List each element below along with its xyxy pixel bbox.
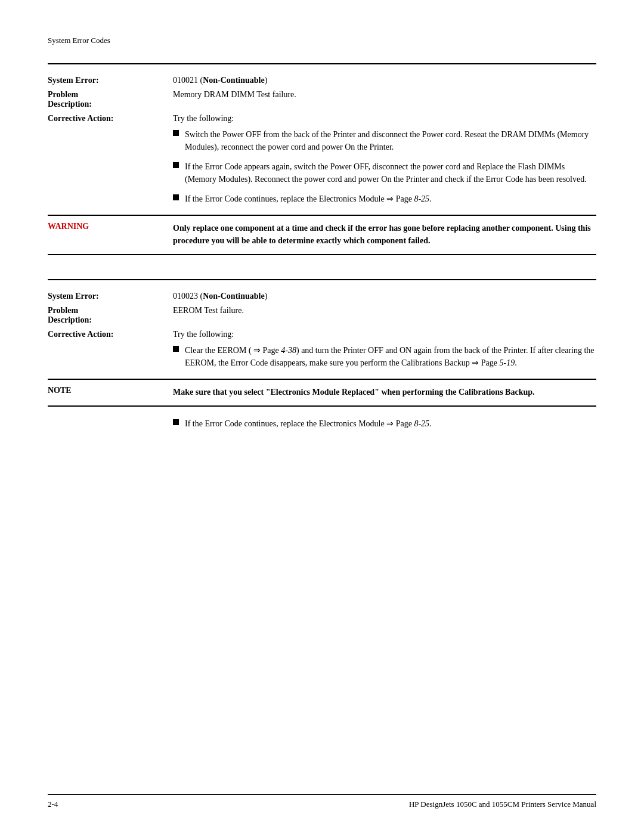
system-error-label-1: System Error: — [48, 73, 173, 88]
corrective-label-1: Corrective Action: — [48, 112, 173, 215]
description-label-text-2: Description: — [48, 315, 92, 324]
problem-label-text-2: Problem — [48, 306, 78, 315]
bullet-text-2-1: Clear the EEROM ( ⇒ Page 4-38) and turn … — [185, 344, 596, 369]
bullet-text-1-1: Switch the Power OFF from the back of th… — [185, 128, 596, 153]
bullet-text-2-2: If the Error Code continues, replace the… — [185, 417, 596, 430]
note-label-text-2: NOTE — [48, 386, 72, 395]
corrective-label-2: Corrective Action: — [48, 327, 173, 379]
warning-row-1: WARNING Only replace one component at a … — [48, 215, 596, 255]
problem-row-2: Problem Description: EEROM Test failure. — [48, 304, 596, 327]
note-content-2: Make sure that you select "Electronics M… — [173, 379, 596, 406]
bullet-item-1-2: If the Error Code appears again, switch … — [173, 160, 596, 185]
section2-top-rule — [48, 279, 596, 280]
error-code-end-1: ) — [265, 76, 268, 85]
section1-block: System Error: 010021 (Non-Continuable) P… — [48, 63, 596, 255]
corrective-try-2: Try the following: — [173, 330, 596, 339]
problem-content-1: Memory DRAM DIMM Test failure. — [173, 88, 596, 112]
corrective-content-1: Try the following: Switch the Power OFF … — [173, 112, 596, 215]
error-code-prefix-2: 010023 ( — [173, 292, 203, 301]
corrective-label-text-1: Corrective Action: — [48, 114, 114, 123]
bullet-icon-1-1 — [173, 130, 179, 136]
bullet-icon-2-1 — [173, 346, 179, 352]
section2-table: System Error: 010023 (Non-Continuable) P… — [48, 289, 596, 439]
bullet-item-2-1: Clear the EEROM ( ⇒ Page 4-38) and turn … — [173, 344, 596, 369]
bullet-item-1-3: If the Error Code continues, replace the… — [173, 193, 596, 205]
corrective-label-text-2: Corrective Action: — [48, 330, 114, 339]
bullet-text-1-3: If the Error Code continues, replace the… — [185, 193, 596, 205]
system-error-label-text-1: System Error: — [48, 76, 99, 85]
problem-label-2: Problem Description: — [48, 304, 173, 327]
corrective-try-text-1: Try the following: — [173, 114, 234, 123]
bullet-icon-2-2 — [173, 419, 179, 425]
second-bullet-content-2: If the Error Code continues, replace the… — [173, 406, 596, 439]
section1-table: System Error: 010021 (Non-Continuable) P… — [48, 73, 596, 255]
section2-block: System Error: 010023 (Non-Continuable) P… — [48, 279, 596, 439]
system-error-label-text-2: System Error: — [48, 292, 99, 301]
corrective-content-2: Try the following: Clear the EEROM ( ⇒ P… — [173, 327, 596, 379]
page: System Error Codes System Error: 010021 … — [0, 0, 644, 833]
problem-label-1: Problem Description: — [48, 88, 173, 112]
note-row-2: NOTE Make sure that you select "Electron… — [48, 379, 596, 406]
header-text: System Error Codes — [48, 36, 110, 45]
corrective-row-1: Corrective Action: Try the following: Sw… — [48, 112, 596, 215]
footer-right: HP DesignJets 1050C and 1055CM Printers … — [409, 800, 596, 809]
description-label-text-1: Description: — [48, 100, 92, 109]
warning-label-cell-1: WARNING — [48, 215, 173, 255]
section1-top-rule — [48, 63, 596, 64]
footer-left: 2-4 — [48, 800, 58, 809]
system-error-row-2: System Error: 010023 (Non-Continuable) — [48, 289, 596, 304]
note-label-cell-2: NOTE — [48, 379, 173, 406]
system-error-row-1: System Error: 010021 (Non-Continuable) — [48, 73, 596, 88]
note-text-content-2: Make sure that you select "Electronics M… — [173, 388, 535, 397]
warning-label-text-1: WARNING — [48, 222, 89, 231]
system-error-code-1: 010021 (Non-Continuable) — [173, 73, 596, 88]
bullet-text-1-2: If the Error Code appears again, switch … — [185, 160, 596, 185]
page-footer: 2-4 HP DesignJets 1050C and 1055CM Print… — [48, 794, 596, 809]
error-code-bold-2: Non-Continuable — [203, 292, 264, 301]
problem-row-1: Problem Description: Memory DRAM DIMM Te… — [48, 88, 596, 112]
warning-content-1: Only replace one component at a time and… — [173, 215, 596, 255]
system-error-label-2: System Error: — [48, 289, 173, 304]
page-header: System Error Codes — [48, 36, 596, 45]
corrective-try-1: Try the following: — [173, 114, 596, 123]
problem-content-2: EEROM Test failure. — [173, 304, 596, 327]
corrective-row-2: Corrective Action: Try the following: Cl… — [48, 327, 596, 379]
bullet-icon-1-2 — [173, 162, 179, 168]
bullet-list-2b: If the Error Code continues, replace the… — [173, 417, 596, 430]
system-error-code-2: 010023 (Non-Continuable) — [173, 289, 596, 304]
error-code-end-2: ) — [265, 292, 268, 301]
problem-text-1: Memory DRAM DIMM Test failure. — [173, 90, 296, 99]
warning-text-content-1: Only replace one component at a time and… — [173, 224, 591, 245]
bullet-icon-1-3 — [173, 194, 179, 200]
second-bullet-label-2 — [48, 406, 173, 439]
problem-text-2: EEROM Test failure. — [173, 306, 244, 315]
corrective-try-text-2: Try the following: — [173, 330, 234, 339]
error-code-bold-1: Non-Continuable — [203, 76, 264, 85]
error-code-prefix-1: 010021 ( — [173, 76, 203, 85]
bullet-item-1-1: Switch the Power OFF from the back of th… — [173, 128, 596, 153]
bullet-item-2-2: If the Error Code continues, replace the… — [173, 417, 596, 430]
bullet-list-1: Switch the Power OFF from the back of th… — [173, 128, 596, 205]
second-bullet-row-2: If the Error Code continues, replace the… — [48, 406, 596, 439]
bullet-list-2: Clear the EEROM ( ⇒ Page 4-38) and turn … — [173, 344, 596, 369]
problem-label-text-1: Problem — [48, 90, 78, 99]
